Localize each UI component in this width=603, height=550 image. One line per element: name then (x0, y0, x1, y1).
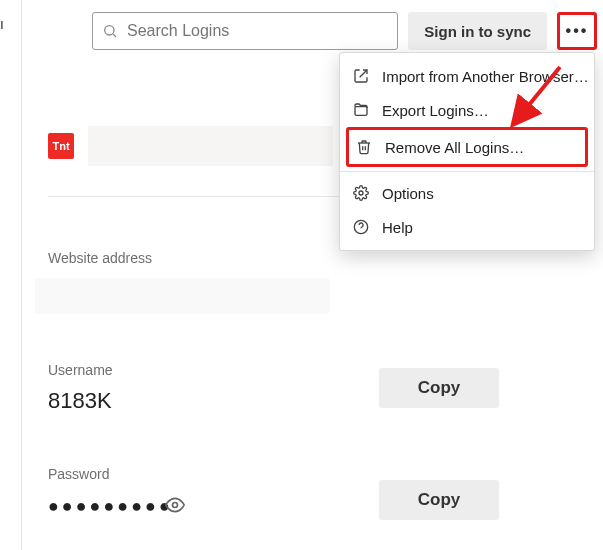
username-label: Username (48, 362, 113, 378)
password-value-masked: ●●●●●●●●● (48, 496, 173, 517)
menu-separator (340, 171, 594, 172)
menu-item-label: Remove All Logins… (385, 139, 524, 156)
username-value: 8183K (48, 388, 112, 414)
menu-item-label: Options (382, 185, 434, 202)
left-rail: ו (0, 0, 22, 550)
truncated-text: ו (0, 16, 4, 32)
copy-password-button[interactable]: Copy (379, 480, 499, 520)
website-address-label: Website address (48, 250, 152, 266)
svg-point-4 (359, 191, 363, 195)
search-input[interactable] (92, 12, 398, 50)
menu-item-label: Help (382, 219, 413, 236)
menu-item-help[interactable]: Help (340, 210, 594, 244)
trash-icon (355, 138, 373, 156)
menu-item-import[interactable]: Import from Another Browser… (340, 59, 594, 93)
menu-item-options[interactable]: Options (340, 176, 594, 210)
svg-rect-3 (355, 107, 367, 116)
menu-item-label: Export Logins… (382, 102, 489, 119)
login-header-row: Tnt (48, 126, 333, 166)
svg-point-2 (173, 503, 178, 508)
import-icon (352, 67, 370, 85)
menu-item-export[interactable]: Export Logins… (340, 93, 594, 127)
copy-username-button[interactable]: Copy (379, 368, 499, 408)
password-label: Password (48, 466, 109, 482)
site-favicon: Tnt (48, 133, 74, 159)
website-address-redacted (35, 278, 330, 314)
login-title-redacted (88, 126, 333, 166)
export-icon (352, 101, 370, 119)
search-wrap (92, 12, 398, 50)
sign-in-to-sync-button[interactable]: Sign in to sync (408, 12, 547, 50)
more-menu-dropdown: Import from Another Browser… Export Logi… (339, 52, 595, 251)
menu-item-label: Import from Another Browser… (382, 68, 589, 85)
help-icon (352, 218, 370, 236)
more-menu-button[interactable]: ••• (557, 12, 597, 50)
menu-item-remove-all[interactable]: Remove All Logins… (346, 127, 588, 167)
reveal-password-button[interactable] (165, 495, 185, 515)
gear-icon (352, 184, 370, 202)
